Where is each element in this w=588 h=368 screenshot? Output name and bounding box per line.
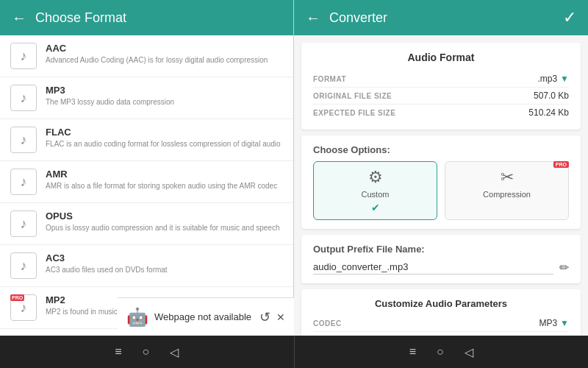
music-icon: ♪ (21, 174, 27, 190)
audio-info-row: EXPECTED FILE SIZE 510.24 Kb (313, 105, 569, 121)
edit-prefix-button[interactable]: ✏ (559, 261, 569, 275)
format-text: AC3 AC3 audio files used on DVDs format (46, 252, 168, 275)
webpage-not-available-text: Webpage not available (154, 311, 251, 322)
right-content: Audio Format FORMAT .mp3 ▼ ORIGINAL FILE… (294, 35, 588, 336)
info-label: FORMAT (313, 75, 346, 83)
right-header-left: ← Converter (306, 10, 387, 26)
right-nav-icon-0[interactable]: ≡ (409, 345, 416, 358)
format-text: FLAC FLAC is an audio coding format for … (46, 127, 281, 149)
left-back-button[interactable]: ← (12, 10, 26, 26)
format-text: AAC Advanced Audio Coding (AAC) is for l… (46, 43, 268, 65)
confirm-button[interactable]: ✓ (563, 8, 576, 27)
format-desc: The MP3 lossy audio data compression (46, 97, 174, 107)
selected-check-icon: ✔ (371, 202, 380, 213)
format-desc: AC3 audio files used on DVDs format (46, 265, 168, 275)
format-desc: Opus is lossy audio compression and it i… (46, 223, 280, 233)
music-icon: ♪ (21, 132, 27, 148)
prefix-card: Output Prefix File Name: audio_converter… (301, 235, 581, 283)
left-nav-icon-2[interactable]: ◁ (170, 345, 179, 359)
format-name: AMR (46, 169, 277, 180)
format-item[interactable]: ♪ AAC Advanced Audio Coding (AAC) is for… (0, 35, 293, 77)
right-nav-icon-2[interactable]: ◁ (465, 345, 473, 359)
dropdown-arrow-icon: ▼ (560, 318, 569, 328)
music-icon: ♪ (21, 49, 27, 64)
format-name: OPUS (46, 210, 280, 222)
right-panel: ← Converter ✓ Audio Format FORMAT .mp3 ▼… (294, 0, 588, 336)
info-value: .mp3 ▼ (537, 74, 569, 84)
format-text: OPUS Opus is lossy audio compression and… (46, 210, 280, 233)
format-icon: PRO ♪ (10, 294, 37, 321)
left-nav-icon-0[interactable]: ≡ (115, 345, 121, 358)
format-icon: ♪ (10, 43, 37, 69)
left-nav: ≡○◁ (0, 336, 294, 368)
right-back-button[interactable]: ← (306, 10, 320, 26)
format-item[interactable]: ♪ AMR AMR is also a file format for stor… (0, 161, 293, 203)
choose-options-title: Choose Options: (313, 144, 569, 155)
format-item[interactable]: ♪ AC3 AC3 audio files used on DVDs forma… (0, 245, 293, 287)
audio-format-title: Audio Format (313, 52, 569, 63)
info-value: 510.24 Kb (528, 107, 569, 118)
format-item[interactable]: ♪ OPUS Opus is lossy audio compression a… (0, 203, 293, 245)
music-icon: ♪ (21, 258, 27, 274)
right-header: ← Converter ✓ (294, 0, 588, 35)
param-value: MP3 ▼ (539, 318, 569, 328)
option-label: Compression (483, 190, 531, 199)
info-value: 507.0 Kb (534, 91, 569, 101)
param-row[interactable]: CODEC MP3 ▼ (313, 315, 569, 332)
format-desc: Advanced Audio Coding (AAC) is for lossy… (46, 55, 268, 65)
right-nav-icon-1[interactable]: ○ (437, 345, 444, 358)
format-icon: ♪ (10, 210, 37, 237)
right-nav: ≡○◁ (295, 336, 589, 368)
format-item[interactable]: ♪ FLAC FLAC is an audio coding format fo… (0, 119, 293, 161)
format-desc: FLAC is an audio coding format for lossl… (46, 139, 281, 149)
option-button[interactable]: PRO ✂ Compression (445, 161, 569, 220)
format-desc: AMR is also a file format for storing sp… (46, 181, 277, 191)
dropdown-arrow-icon: ▼ (560, 74, 569, 84)
webpage-overlay: 🤖 Webpage not available ↺ ✕ (118, 297, 294, 336)
audio-format-rows: FORMAT .mp3 ▼ ORIGINAL FILE SIZE 507.0 K… (313, 71, 569, 121)
option-label: Custom (362, 190, 390, 199)
prefix-value: audio_converter_.mp3 (313, 261, 553, 275)
pro-badge: PRO (10, 294, 24, 301)
params-title: Customize Audio Parameters (313, 298, 569, 309)
option-icon: ✂ (501, 168, 514, 187)
format-name: AAC (46, 43, 268, 54)
format-text: AMR AMR is also a file format for storin… (46, 169, 277, 191)
option-button[interactable]: ⚙ Custom ✔ (313, 161, 437, 220)
left-header: ← Choose Format (0, 0, 293, 35)
audio-format-card: Audio Format FORMAT .mp3 ▼ ORIGINAL FILE… (301, 43, 581, 130)
close-overlay-button[interactable]: ✕ (276, 311, 285, 323)
info-label: EXPECTED FILE SIZE (313, 109, 395, 117)
format-name: MP3 (46, 85, 174, 96)
info-label: ORIGINAL FILE SIZE (313, 92, 392, 100)
left-nav-icon-1[interactable]: ○ (143, 345, 150, 358)
format-name: AC3 (46, 252, 168, 263)
robot-icon: 🤖 (126, 307, 148, 328)
webpage-message: 🤖 Webpage not available (126, 307, 251, 328)
params-rows: CODEC MP3 ▼ FREQUENCY 44100 - Native ▼ C… (313, 315, 569, 336)
bottom-nav: ≡○◁ ≡○◁ (0, 336, 588, 368)
left-panel-title: Choose Format (35, 10, 126, 26)
music-icon: ♪ (21, 300, 27, 316)
right-panel-title: Converter (329, 10, 387, 26)
option-icon: ⚙ (368, 168, 383, 187)
pro-badge: PRO (553, 161, 569, 168)
format-item[interactable]: ♪ MP3 The MP3 lossy audio data compressi… (0, 77, 293, 119)
options-grid: ⚙ Custom ✔ PRO ✂ Compression (313, 161, 569, 220)
prefix-title: Output Prefix File Name: (313, 244, 569, 255)
webpage-actions: ↺ ✕ (259, 309, 285, 325)
format-name: FLAC (46, 127, 281, 138)
params-card: Customize Audio Parameters CODEC MP3 ▼ F… (301, 289, 581, 336)
music-icon: ♪ (21, 91, 27, 106)
left-panel: ← Choose Format ♪ AAC Advanced Audio Cod… (0, 0, 294, 336)
format-icon: ♪ (10, 127, 37, 153)
audio-info-row[interactable]: FORMAT .mp3 ▼ (313, 71, 569, 88)
format-text: MP3 The MP3 lossy audio data compression (46, 85, 174, 107)
choose-options-card: Choose Options: ⚙ Custom ✔ PRO ✂ Compres… (301, 135, 581, 229)
music-icon: ♪ (21, 216, 27, 232)
refresh-icon[interactable]: ↺ (259, 309, 270, 325)
param-label: CODEC (313, 319, 342, 328)
prefix-row: audio_converter_.mp3 ✏ (313, 261, 569, 275)
audio-info-row: ORIGINAL FILE SIZE 507.0 Kb (313, 88, 569, 105)
format-list: ♪ AAC Advanced Audio Coding (AAC) is for… (0, 35, 293, 336)
